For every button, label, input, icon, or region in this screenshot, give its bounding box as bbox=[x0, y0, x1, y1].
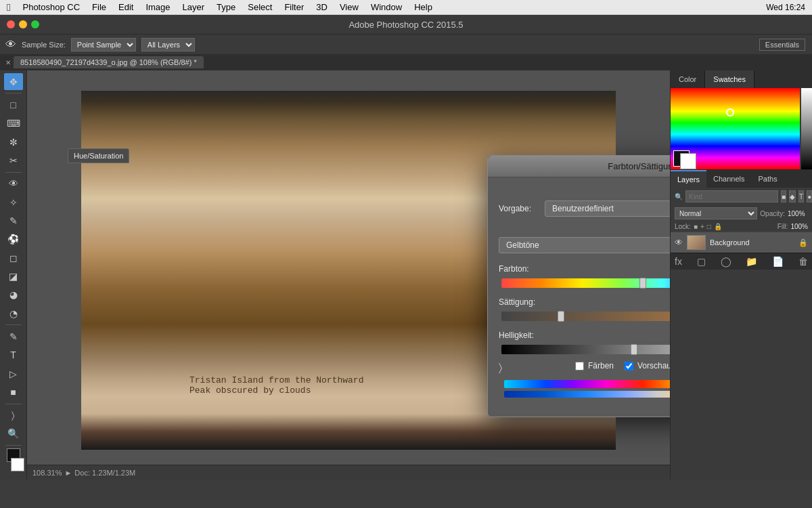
layers-tabs: Layers Channels Paths bbox=[671, 170, 812, 188]
farben-checkbox[interactable] bbox=[575, 362, 584, 371]
panel-tabs: Color Swatches bbox=[671, 70, 812, 88]
dodge-tool[interactable]: ◔ bbox=[4, 305, 23, 322]
preset-select[interactable]: Benutzerdefiniert bbox=[545, 200, 670, 217]
right-panel: Color Swatches Layers Channels Paths bbox=[670, 70, 812, 480]
menubar-3d[interactable]: 3D bbox=[311, 0, 333, 15]
blur-tool[interactable]: ◕ bbox=[4, 287, 23, 303]
crop-tool[interactable]: ✂ bbox=[4, 152, 23, 169]
move-tool[interactable]: ✥ bbox=[4, 73, 23, 90]
kind-search[interactable] bbox=[685, 190, 778, 203]
channel-select[interactable]: Gelbtöne bbox=[499, 237, 670, 253]
eyedropper-tool[interactable]: 👁 bbox=[4, 175, 23, 192]
eraser-tool[interactable]: ◻ bbox=[4, 249, 23, 266]
file-tab[interactable]: 8518580490_72197d4339_o.jpg @ 108% (RGB/… bbox=[14, 56, 204, 68]
all-layers-select[interactable]: All Layers bbox=[141, 38, 195, 51]
apple-menu[interactable]:  bbox=[0, 1, 17, 13]
delete-layer-button[interactable]: 🗑 bbox=[798, 256, 808, 267]
menubar-photoshop[interactable]: Photoshop CC bbox=[17, 0, 85, 15]
lock-pixels-icon[interactable]: ■ bbox=[694, 223, 698, 230]
tab-swatches[interactable]: Swatches bbox=[705, 70, 754, 88]
spectrum-bar[interactable] bbox=[504, 380, 670, 388]
minimize-button[interactable] bbox=[19, 20, 27, 28]
options-bar: 👁 Sample Size: Point Sample All Layers E… bbox=[0, 34, 812, 54]
fx-button[interactable]: fx bbox=[675, 256, 682, 267]
saturation-track[interactable] bbox=[501, 312, 670, 321]
hand-icon[interactable]: 〉 bbox=[499, 362, 502, 374]
zoom-tool[interactable]: 🔍 bbox=[4, 425, 23, 442]
menubar-view[interactable]: View bbox=[334, 0, 364, 15]
hue-track[interactable] bbox=[501, 278, 670, 288]
brush-tool[interactable]: ✎ bbox=[4, 212, 23, 229]
menubar-select[interactable]: Select bbox=[242, 0, 277, 15]
menubar-file[interactable]: File bbox=[87, 0, 112, 15]
maximize-button[interactable] bbox=[31, 20, 39, 28]
gradient-tool[interactable]: ◪ bbox=[4, 268, 23, 284]
menubar-edit[interactable]: Edit bbox=[113, 0, 139, 15]
lasso-tool[interactable]: ⌨ bbox=[4, 115, 23, 132]
clone-tool[interactable]: ⚽ bbox=[4, 231, 23, 248]
farben-label: Färben bbox=[588, 361, 614, 371]
vorschau-label: Vorschau bbox=[637, 361, 670, 371]
hue-saturation-tab[interactable]: Hue/Saturation bbox=[68, 148, 129, 163]
lightness-label: Helligkeit: bbox=[499, 331, 534, 340]
bottom-bar[interactable] bbox=[504, 391, 670, 398]
adjustment-filter-icon[interactable]: ◆ bbox=[789, 190, 796, 203]
blend-mode-select[interactable]: Normal bbox=[675, 207, 757, 219]
preset-row: Vorgabe: Benutzerdefiniert ⚙ OK Abbreche… bbox=[499, 188, 670, 229]
toolbar-divider-5 bbox=[5, 445, 22, 446]
shape-filter-icon[interactable]: ● bbox=[807, 190, 812, 203]
menubar-items: Photoshop CC File Edit Image Layer Type … bbox=[17, 0, 759, 15]
menubar-filter[interactable]: Filter bbox=[279, 0, 309, 15]
saturation-thumb[interactable] bbox=[558, 311, 564, 322]
left-toolbar: ✥ □ ⌨ ✼ ✂ 👁 ✧ ✎ ⚽ ◻ ◪ ◕ ◔ ✎ T ▷ ■ 〉 🔍 bbox=[0, 70, 27, 480]
hue-slider-vertical[interactable] bbox=[789, 88, 800, 169]
tab-color[interactable]: Color bbox=[671, 70, 705, 88]
lightness-track[interactable] bbox=[501, 345, 670, 354]
add-mask-button[interactable]: ▢ bbox=[697, 256, 706, 267]
farben-row: Färben bbox=[575, 361, 614, 371]
quick-select-tool[interactable]: ✼ bbox=[4, 133, 23, 150]
hand-tool[interactable]: 〉 bbox=[4, 406, 23, 423]
menubar-layer[interactable]: Layer bbox=[177, 0, 210, 15]
text-tool[interactable]: T bbox=[4, 347, 23, 364]
path-select-tool[interactable]: ▷ bbox=[4, 365, 23, 382]
vorschau-checkbox[interactable] bbox=[625, 362, 633, 371]
close-button[interactable] bbox=[7, 20, 15, 28]
group-button[interactable]: 📁 bbox=[746, 256, 757, 267]
brightness-slider-vertical[interactable] bbox=[801, 88, 812, 169]
menubar:  Photoshop CC File Edit Image Layer Typ… bbox=[0, 0, 812, 15]
pixel-filter-icon[interactable]: ■ bbox=[781, 190, 786, 203]
healing-tool[interactable]: ✧ bbox=[4, 194, 23, 211]
lightness-thumb[interactable] bbox=[631, 344, 637, 355]
layer-lock-icon[interactable]: 🔒 bbox=[798, 238, 808, 247]
menubar-image[interactable]: Image bbox=[140, 0, 175, 15]
background-swatch[interactable] bbox=[680, 153, 696, 169]
hue-thumb[interactable] bbox=[639, 278, 646, 289]
menubar-type[interactable]: Type bbox=[211, 0, 241, 15]
lock-artboard-icon[interactable]: □ bbox=[707, 223, 711, 230]
type-filter-icon[interactable]: T bbox=[798, 190, 804, 203]
lock-all-icon[interactable]: 🔒 bbox=[714, 223, 722, 230]
adjustment-button[interactable]: ◯ bbox=[721, 256, 731, 267]
background-color[interactable] bbox=[11, 458, 24, 471]
menubar-window[interactable]: Window bbox=[365, 0, 407, 15]
marquee-tool[interactable]: □ bbox=[4, 96, 23, 113]
new-layer-button[interactable]: 📄 bbox=[772, 256, 784, 267]
sample-size-select[interactable]: Point Sample bbox=[71, 38, 136, 51]
layer-row[interactable]: 👁 Background 🔒 bbox=[671, 232, 812, 253]
tab-paths[interactable]: Paths bbox=[752, 170, 784, 188]
lock-position-icon[interactable]: + bbox=[700, 223, 704, 230]
toolbar-divider-4 bbox=[5, 404, 22, 404]
color-picker-indicator[interactable] bbox=[726, 108, 734, 117]
tab-close-icon[interactable]: ✕ bbox=[5, 59, 11, 66]
color-bar-top bbox=[504, 380, 670, 388]
tab-channels[interactable]: Channels bbox=[706, 170, 751, 188]
menubar-help[interactable]: Help bbox=[409, 0, 438, 15]
toolbar-divider-2 bbox=[5, 172, 22, 173]
layers-panel: Layers Channels Paths 🔍 ■ ◆ T ● ★ Normal… bbox=[671, 169, 812, 480]
essentials-button[interactable]: Essentials bbox=[759, 39, 805, 51]
tab-layers[interactable]: Layers bbox=[671, 170, 706, 188]
pen-tool[interactable]: ✎ bbox=[4, 328, 23, 345]
layer-visibility-icon[interactable]: 👁 bbox=[675, 238, 683, 247]
shape-tool[interactable]: ■ bbox=[4, 383, 23, 400]
